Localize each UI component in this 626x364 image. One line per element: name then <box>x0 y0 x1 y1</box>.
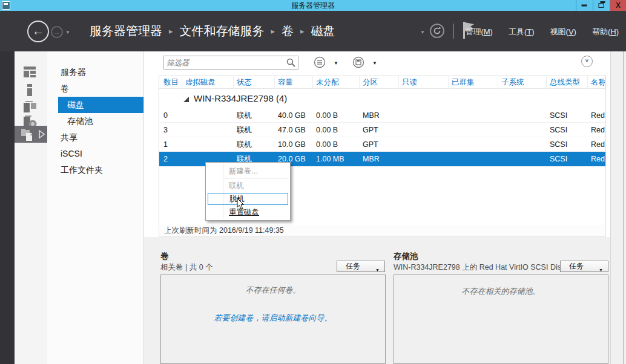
context-menu-item-脱机[interactable]: 脱机 <box>208 193 288 205</box>
chevron-down-icon: ▼ <box>372 60 377 66</box>
context-menu-item-联机: 联机 <box>208 180 288 192</box>
column-header-总线类型[interactable]: 总线类型 <box>547 76 588 89</box>
new-volume-wizard-link[interactable]: 若要创建卷，请启动新建卷向导。 <box>161 313 385 323</box>
sidebar-item-磁盘[interactable]: 磁盘 <box>58 97 143 113</box>
sidebar-item-存储池[interactable]: 存储池 <box>47 113 143 129</box>
disk-context-menu: 新建卷...联机脱机重置磁盘 <box>205 162 291 221</box>
title-bar: 服务器管理器 X <box>0 0 626 11</box>
breadcrumb-segment[interactable]: 磁盘 <box>311 24 335 37</box>
window-title: 服务器管理器 <box>0 0 626 11</box>
breadcrumb[interactable]: 服务器管理器▸文件和存储服务▸卷▸磁盘 <box>90 21 335 41</box>
related-panels-section: 卷 相关卷 | 共 0 个 任务 ▼ 不存在任何卷。 若要创建卷，请启动新建卷向… <box>144 237 610 364</box>
mouse-cursor <box>237 198 245 210</box>
icon-sidebar <box>15 51 47 364</box>
cell-容量: 47.0 GB <box>275 123 313 137</box>
volumes-panel-subtitle: 相关卷 | 共 0 个 <box>160 262 324 273</box>
menu-bar: 管理(M)工具(T)视图(V)帮助(H) <box>449 27 619 37</box>
chevron-down-icon: ▼ <box>599 265 603 275</box>
storage-pools-tasks-button[interactable]: 任务 ▼ <box>560 261 608 272</box>
file-and-storage-services-icon[interactable] <box>15 126 47 143</box>
cell-未分配: 1.00 MB <box>313 152 360 166</box>
volumes-panel-title: 卷 <box>160 251 169 262</box>
volumes-tasks-button[interactable]: 任务 ▼ <box>337 261 385 272</box>
menu-M[interactable]: 管理(M) <box>465 27 493 36</box>
cell-未分配: 0.00 B <box>313 108 360 123</box>
menu-H[interactable]: 帮助(H) <box>592 27 619 36</box>
column-header-子系统[interactable]: 子系统 <box>498 76 547 89</box>
cell-状态: 联机 <box>234 137 275 152</box>
storage-pools-empty-box: 不存在相关的存储池。 <box>394 275 608 364</box>
sidebar-item-iSCSI[interactable]: iSCSI <box>47 146 143 162</box>
cell-总线类型: SCSI <box>547 137 588 152</box>
filter-box <box>163 56 298 70</box>
collapse-pane-button[interactable]: ˅ <box>581 56 593 67</box>
minimize-button[interactable] <box>576 0 592 11</box>
column-header-未分配[interactable]: 未分配 <box>313 76 360 89</box>
restore-button[interactable] <box>593 0 609 11</box>
right-scroll-gutter[interactable] <box>610 51 626 364</box>
chevron-down-icon: ▼ <box>334 60 338 66</box>
group-label: WIN-R334JRE2798 (4) <box>194 89 287 108</box>
expand-collapse-icon[interactable] <box>183 97 189 102</box>
minimize-icon <box>582 5 587 7</box>
table-header: 数目虚拟磁盘状态容量未分配分区只读已群集子系统总线类型名称 <box>159 76 605 89</box>
restore-icon <box>599 3 604 8</box>
list-options-icon <box>314 56 326 68</box>
column-header-名称[interactable]: 名称 <box>588 76 605 89</box>
menu-T[interactable]: 工具(T) <box>509 27 535 36</box>
cell-分区: MBR <box>360 152 399 166</box>
disk-row[interactable]: 3联机47.0 GB0.00 BGPTSCSIRed <box>159 123 605 137</box>
volumes-empty-text: 不存在任何卷。 <box>161 285 385 296</box>
refresh-button[interactable] <box>430 24 444 38</box>
disk-row[interactable]: 0联机40.0 GB0.00 BMBRSCSIRed <box>159 108 605 123</box>
cell-数目: 1 <box>160 137 182 152</box>
breadcrumb-segment[interactable]: 服务器管理器 <box>90 24 162 37</box>
close-icon: X <box>616 2 621 9</box>
sidebar-item-服务器[interactable]: 服务器 <box>47 64 143 80</box>
save-query-button[interactable]: ▼ <box>349 55 380 70</box>
column-header-虚拟磁盘[interactable]: 虚拟磁盘 <box>182 76 234 89</box>
local-server-icon[interactable] <box>15 82 47 99</box>
cell-数目: 0 <box>160 108 182 123</box>
breadcrumb-separator-icon: ▸ <box>271 27 275 36</box>
column-header-只读[interactable]: 只读 <box>399 76 449 89</box>
menu-V[interactable]: 视图(V) <box>550 27 576 36</box>
cell-数目: 3 <box>160 123 182 137</box>
column-header-容量[interactable]: 容量 <box>275 76 313 89</box>
disk-row[interactable]: 1联机10.0 GB0.00 BGPTSCSIRed <box>159 137 605 152</box>
storage-pools-panel-subtitle: WIN-R334JRE2798 上的 Red Hat VirtIO SCSI D… <box>394 262 564 273</box>
sidebar-nav: 服务器卷磁盘存储池共享iSCSI工作文件夹 <box>47 51 144 364</box>
left-dark-strip <box>0 51 15 364</box>
close-button[interactable]: X <box>610 0 626 11</box>
sidebar-item-卷[interactable]: 卷 <box>47 80 143 97</box>
flyout-arrow-icon <box>39 130 45 138</box>
breadcrumb-segment[interactable]: 卷 <box>282 24 294 37</box>
storage-pools-empty-text: 不存在相关的存储池。 <box>394 286 608 297</box>
column-header-已群集[interactable]: 已群集 <box>449 76 498 89</box>
filter-criteria-button[interactable]: ▼ <box>310 55 341 70</box>
sidebar-item-共享[interactable]: 共享 <box>47 129 143 146</box>
cell-名称: Red <box>588 123 605 137</box>
filter-input[interactable] <box>166 57 282 68</box>
history-dropdown-icon[interactable]: ▼ <box>65 30 70 35</box>
sidebar-item-工作文件夹[interactable]: 工作文件夹 <box>47 162 143 178</box>
server-group-row[interactable]: WIN-R334JRE2798 (4) <box>159 89 605 108</box>
column-header-数目[interactable]: 数目 <box>160 76 182 89</box>
column-header-状态[interactable]: 状态 <box>234 76 275 89</box>
forward-button[interactable]: → <box>51 26 63 38</box>
cell-分区: GPT <box>360 137 399 152</box>
back-button[interactable]: ← <box>27 21 49 42</box>
breadcrumb-dropdown-icon[interactable]: ▼ <box>420 30 425 35</box>
context-menu-item-新建卷: 新建卷... <box>208 165 288 177</box>
dashboard-icon[interactable] <box>15 63 47 80</box>
cell-分区: MBR <box>360 108 399 123</box>
cell-容量: 40.0 GB <box>275 108 313 123</box>
cell-分区: GPT <box>360 123 399 137</box>
breadcrumb-separator-icon: ▸ <box>300 27 305 36</box>
context-menu-item-重置磁盘[interactable]: 重置磁盘 <box>208 206 288 218</box>
cell-容量: 10.0 GB <box>275 137 313 152</box>
column-header-分区[interactable]: 分区 <box>360 76 399 89</box>
breadcrumb-segment[interactable]: 文件和存储服务 <box>180 24 265 37</box>
tasks-label: 任务 <box>346 262 360 270</box>
navigation-bar: ← → ▼ 服务器管理器▸文件和存储服务▸卷▸磁盘 ▼ 管理(M)工具(T)视图… <box>0 11 626 51</box>
